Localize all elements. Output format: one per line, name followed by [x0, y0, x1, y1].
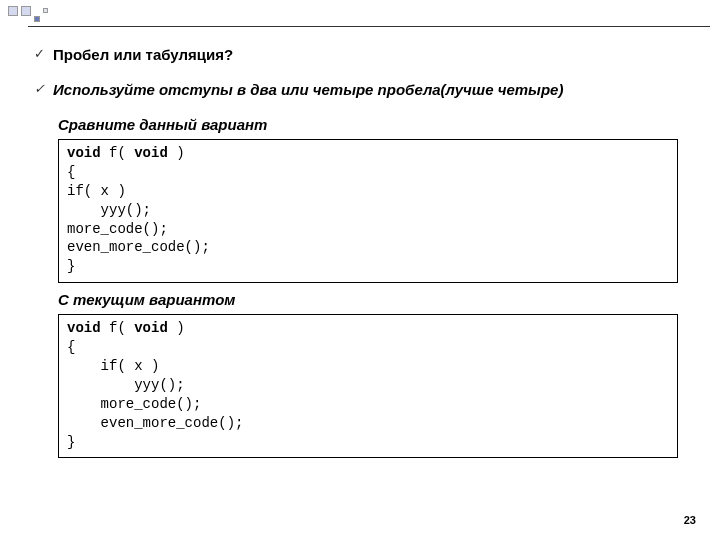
code-block-1: void f( void ) { if( x ) yyy(); more_cod…: [58, 139, 678, 283]
page-number: 23: [684, 514, 696, 526]
code-line: yyy();: [67, 202, 151, 218]
code-line: more_code();: [67, 221, 168, 237]
bullet-text: Используйте отступы в два или четыре про…: [53, 81, 563, 98]
code-text: f(: [101, 145, 135, 161]
code-text: ): [168, 320, 185, 336]
code-line: more_code();: [67, 396, 201, 412]
bullet-text: Пробел или табуляция?: [53, 46, 233, 63]
code-text: f(: [101, 320, 135, 336]
code-line: even_more_code();: [67, 415, 243, 431]
deco-square-small: [34, 16, 40, 22]
code-line: if( x ): [67, 358, 159, 374]
bullet-heading-2: ✓ Используйте отступы в два или четыре п…: [58, 81, 678, 98]
code-line: }: [67, 258, 75, 274]
check-icon: ✓: [34, 81, 45, 96]
code-line: {: [67, 164, 75, 180]
horizontal-rule: [28, 26, 710, 27]
slide-content: ✓ Пробел или табуляция? ✓ Используйте от…: [0, 0, 720, 458]
code-keyword: void: [67, 320, 101, 336]
compare-heading-1: Сравните данный вариант: [58, 116, 678, 133]
code-keyword: void: [134, 145, 168, 161]
code-line: even_more_code();: [67, 239, 210, 255]
compare-heading-2: С текущим вариантом: [58, 291, 678, 308]
code-keyword: void: [134, 320, 168, 336]
deco-square: [8, 6, 18, 16]
code-line: }: [67, 434, 75, 450]
check-icon: ✓: [34, 46, 45, 61]
deco-square: [21, 6, 31, 16]
code-line: yyy();: [67, 377, 185, 393]
code-line: if( x ): [67, 183, 126, 199]
code-line: {: [67, 339, 75, 355]
code-keyword: void: [67, 145, 101, 161]
code-text: ): [168, 145, 185, 161]
bullet-heading-1: ✓ Пробел или табуляция?: [58, 46, 678, 63]
slide-decoration: [8, 6, 48, 22]
code-block-2: void f( void ) { if( x ) yyy(); more_cod…: [58, 314, 678, 458]
deco-square-tiny: [43, 8, 48, 13]
